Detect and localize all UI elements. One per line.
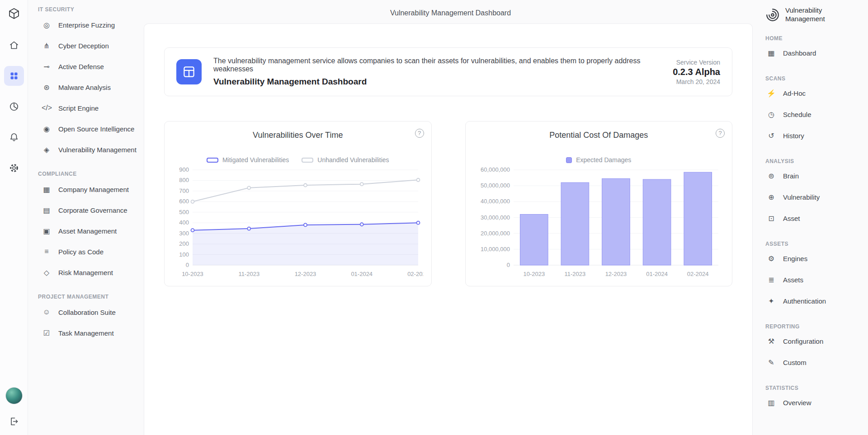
nav-item-label: Dashboard [783,49,816,57]
overview-icon: ▥ [766,398,776,407]
right-sidebar-item-custom[interactable]: ✎Custom [764,352,862,373]
chart-legend: Mitigated VulnerabilitiesUnhandled Vulne… [173,156,423,164]
brand: Vulnerability Management [764,6,862,23]
sidebar-item-cyber-deception[interactable]: ⋔Cyber Deception [28,35,144,56]
nav-item-label: Engines [783,255,807,262]
ad-hoc-icon: ⚡ [766,89,776,98]
right-sidebar-item-vulnerability[interactable]: ⊕Vulnerability [764,187,862,208]
nav-item-label: Schedule [783,111,811,118]
right-sidebar-nav: HOME▦DashboardSCANS⚡Ad-Hoc◷Schedule↺Hist… [764,35,862,413]
sidebar-item-script-engine[interactable]: </>Script Engine [28,98,144,118]
legend-swatch [207,158,218,163]
right-sidebar-item-ad-hoc[interactable]: ⚡Ad-Hoc [764,83,862,104]
sidebar-item-corporate-governance[interactable]: ▤Corporate Governance [28,200,144,220]
svg-text:800: 800 [179,177,189,183]
page-title: Vulnerability Management Dashboard [144,9,757,17]
section-label-compliance: COMPLIANCE [28,171,144,177]
nav-item-label: Collaboration Suite [58,309,116,316]
left-icon-rail [0,0,28,435]
svg-text:400: 400 [179,219,189,226]
svg-text:10,000,000: 10,000,000 [480,246,509,253]
pie-chart-icon[interactable] [4,97,24,117]
section-label-it-security: IT SECURITY [28,6,144,13]
svg-text:900: 900 [179,166,189,173]
svg-text:100: 100 [179,251,189,258]
section-label-reporting: REPORTING [764,323,862,330]
sidebar-item-enterprise-fuzzing[interactable]: ◎Enterprise Fuzzing [28,14,144,35]
company-management-icon: ▦ [42,185,52,194]
right-sidebar-item-history[interactable]: ↺History [764,125,862,146]
section-label-scans: SCANS [764,75,862,82]
right-sidebar-item-asset[interactable]: ⊡Asset [764,208,862,229]
nav-item-label: Overview [783,399,811,407]
sidebar-item-company-management[interactable]: ▦Company Management [28,179,144,200]
notifications-bell-icon[interactable] [4,127,24,147]
svg-text:500: 500 [179,209,189,215]
left-sidebar: IT SECURITY◎Enterprise Fuzzing⋔Cyber Dec… [28,0,144,435]
brand-fingerprint-icon [764,7,781,23]
sidebar-item-collaboration-suite[interactable]: ☺Collaboration Suite [28,302,144,323]
right-sidebar-item-dashboard[interactable]: ▦Dashboard [764,42,862,64]
svg-text:01-2024: 01-2024 [351,271,373,277]
legend-item-unhandled-vulnerabilities[interactable]: Unhandled Vulnerabilities [302,156,389,164]
nav-item-label: Script Engine [58,104,99,112]
asset-icon: ⊡ [766,214,776,223]
nav-item-label: Active Defense [58,63,104,70]
svg-text:11-2023: 11-2023 [564,271,585,277]
right-sidebar-item-configuration[interactable]: ⚒Configuration [764,331,862,352]
nav-item-label: Policy as Code [58,248,104,256]
right-sidebar-item-engines[interactable]: ⚙Engines [764,248,862,269]
right-sidebar-item-schedule[interactable]: ◷Schedule [764,104,862,125]
sidebar-item-risk-management[interactable]: ◇Risk Management [28,262,144,283]
dashboard-grid-icon[interactable] [4,66,24,86]
svg-text:40,000,000: 40,000,000 [480,198,509,205]
user-avatar[interactable] [5,387,23,404]
chart-title-vulnerabilities-over-time: Vulnerabilities Over Time [173,131,423,140]
svg-text:0: 0 [506,262,509,268]
nav-item-label: History [783,132,804,140]
home-icon[interactable] [4,35,24,55]
help-icon[interactable]: ? [415,129,424,138]
sidebar-item-open-source-intelligence[interactable]: ◉Open Source Intelligence [28,118,144,139]
svg-text:700: 700 [179,187,189,194]
right-sidebar-item-authentication[interactable]: ✦Authentication [764,290,862,312]
sidebar-item-vulnerability-management[interactable]: ◈Vulnerability Management [28,139,144,160]
enterprise-fuzzing-icon: ◎ [42,21,52,29]
help-icon[interactable]: ? [716,129,725,138]
legend-item-expected-damages[interactable]: Expected Damages [566,156,631,164]
sidebar-item-policy-as-code[interactable]: ≡Policy as Code [28,241,144,262]
sidebar-item-asset-management[interactable]: ▣Asset Management [28,220,144,241]
section-label-home: HOME [764,35,862,42]
script-engine-icon: </> [42,104,52,112]
nav-item-label: Risk Management [58,269,113,276]
chart-card-potential-cost-of-damages: Potential Cost Of Damages?Expected Damag… [465,121,733,286]
chart-canvas-potential-cost-of-damages: 010,000,00020,000,00030,000,00040,000,00… [474,165,724,281]
chart-card-vulnerabilities-over-time: Vulnerabilities Over Time?Mitigated Vuln… [164,121,432,286]
svg-text:12-2023: 12-2023 [605,271,627,277]
settings-gear-icon[interactable] [4,158,24,178]
legend-item-mitigated-vulnerabilities[interactable]: Mitigated Vulnerabilities [207,156,289,164]
nav-item-label: Vulnerability [783,193,820,201]
svg-text:02-2024: 02-2024 [407,271,423,277]
svg-text:02-2024: 02-2024 [687,271,708,277]
nav-item-label: Vulnerability Management [58,146,137,154]
svg-text:01-2024: 01-2024 [646,271,668,277]
chart-plot-potential-cost-of-damages: 010,000,00020,000,00030,000,00040,000,00… [474,165,724,281]
asset-management-icon: ▣ [42,227,52,235]
sidebar-item-task-management[interactable]: ☑Task Management [28,323,144,343]
right-sidebar-item-assets[interactable]: ≣Assets [764,269,862,290]
right-sidebar-item-brain[interactable]: ⊚Brain [764,165,862,187]
service-version-value: 0.2.3 Alpha [673,67,720,77]
brain-icon: ⊚ [766,172,776,180]
logout-icon[interactable] [4,413,24,430]
right-sidebar-item-overview[interactable]: ▥Overview [764,392,862,413]
sidebar-item-active-defense[interactable]: ⊸Active Defense [28,56,144,77]
nav-item-label: Authentication [783,297,826,305]
nav-item-label: Ad-Hoc [783,89,806,97]
svg-text:30,000,000: 30,000,000 [480,214,509,221]
chart-canvas-vulnerabilities-over-time: 010020030040050060070080090010-202311-20… [173,165,423,281]
svg-text:10-2023: 10-2023 [523,271,545,277]
sidebar-item-malware-analysis[interactable]: ⊛Malware Analysis [28,77,144,98]
svg-text:20,000,000: 20,000,000 [480,230,509,237]
legend-swatch [302,158,313,163]
